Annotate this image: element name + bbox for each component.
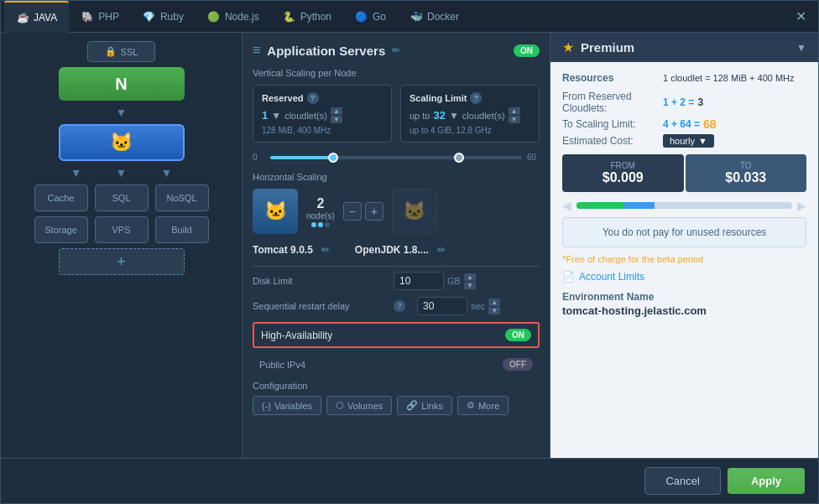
tab-python-label: Python (300, 11, 331, 23)
tab-nodejs[interactable]: 🟢 Node.js (196, 1, 271, 33)
inactive-node: 🐱 (392, 189, 437, 234)
ha-toggle[interactable]: ON (505, 329, 531, 341)
usage-fill-green (576, 202, 624, 209)
usage-prev-icon[interactable]: ◀ (562, 199, 571, 212)
env-name-value: tomcat-hosting.jelastic.com (562, 304, 806, 317)
cancel-button[interactable]: Cancel (644, 467, 720, 495)
disk-increment[interactable]: ▲ (464, 273, 476, 281)
ipv4-toggle[interactable]: OFF (503, 358, 533, 371)
nosql-node[interactable]: NoSQL (155, 184, 209, 211)
edit-jdk-icon[interactable]: ✏ (437, 244, 446, 256)
account-limits-link[interactable]: 📄 Account Limits (562, 271, 806, 283)
ssl-button[interactable]: 🔒 SSL (87, 41, 156, 62)
seq-restart-label: Sequential restart delay (253, 301, 387, 311)
links-label: Links (421, 401, 443, 411)
arrow-down-4: ▼ (160, 166, 172, 179)
to-price-label: TO (692, 161, 801, 170)
ruby-icon: 💎 (143, 10, 156, 23)
close-button[interactable]: ✕ (787, 8, 815, 24)
nosql-label: NoSQL (166, 193, 196, 203)
seq-restart-input[interactable] (417, 297, 467, 315)
node-dot-2 (318, 222, 323, 227)
build-node[interactable]: Build (155, 216, 209, 243)
slider-min: 0 (253, 153, 265, 162)
volumes-button[interactable]: ⬡ Volumes (326, 396, 392, 415)
disk-decrement[interactable]: ▼ (464, 282, 476, 289)
scaling-increment[interactable]: ▲ (509, 107, 520, 115)
document-icon: 📄 (562, 271, 575, 283)
to-price-amount: $0.033 (692, 170, 801, 185)
tab-php[interactable]: 🐘 PHP (69, 1, 131, 33)
reserved-info-icon[interactable]: ? (307, 92, 319, 104)
tab-ruby-label: Ruby (160, 11, 184, 23)
premium-dropdown-icon[interactable]: ▼ (796, 42, 806, 54)
cloudlets-slider-row: 0 60 (253, 153, 540, 162)
tab-nodejs-label: Node.js (225, 11, 259, 23)
tab-go-label: Go (373, 11, 386, 23)
edit-tomcat-icon[interactable]: ✏ (321, 244, 330, 256)
env-section: Environment Name tomcat-hosting.jelastic… (562, 291, 806, 317)
server-icon: ≡ (253, 43, 260, 58)
variables-button[interactable]: {-} Variables (253, 396, 321, 415)
reserved-spinner[interactable]: ▲ ▼ (331, 107, 342, 123)
slider-reserved-thumb[interactable] (328, 153, 338, 163)
tomcat-node-thumb[interactable]: 🐱 (253, 189, 298, 234)
premium-star-icon: ★ (562, 39, 574, 55)
scaling-input-row: up to 32 ▼ cloudlet(s) ▲ ▼ (410, 107, 530, 123)
reserved-decrement[interactable]: ▼ (331, 116, 342, 123)
tab-ruby[interactable]: 💎 Ruby (131, 1, 196, 33)
scaling-spinner[interactable]: ▲ ▼ (509, 107, 520, 123)
disk-limit-input[interactable] (394, 272, 444, 290)
apply-button[interactable]: Apply (728, 468, 805, 494)
node-sub-label: node(s) (306, 211, 335, 221)
usage-next-icon[interactable]: ▶ (797, 199, 806, 212)
slider-max: 60 (527, 153, 540, 162)
reserved-increment[interactable]: ▲ (331, 107, 342, 115)
scaling-info-icon[interactable]: ? (470, 92, 482, 104)
scaling-cloudlets-label: cloudlet(s) (462, 111, 505, 121)
hourly-dropdown[interactable]: hourly ▼ (663, 134, 714, 148)
more-button[interactable]: ⚙ More (457, 396, 509, 415)
ssl-label: SSL (121, 47, 138, 57)
variables-label: Variables (274, 401, 312, 411)
to-price-box: TO $0.033 (686, 154, 807, 192)
cache-node[interactable]: Cache (34, 184, 88, 211)
add-node-button-small[interactable]: + (365, 202, 383, 221)
arrow-down-3: ▼ (116, 166, 128, 179)
from-reserved-total: 3 (697, 96, 703, 108)
scaling-value: 32 (433, 109, 445, 122)
add-node-button[interactable]: + (59, 248, 185, 275)
edit-app-server-icon[interactable]: ✏ (392, 44, 400, 56)
scaling-decrement[interactable]: ▼ (509, 116, 520, 123)
tab-python[interactable]: 🐍 Python (271, 1, 343, 33)
seq-spinner[interactable]: ▲ ▼ (488, 299, 500, 314)
nginx-node[interactable]: N (59, 67, 185, 101)
high-availability-row: High-Availability ON (253, 322, 540, 348)
tab-java[interactable]: ☕ JAVA (4, 1, 69, 33)
volumes-icon: ⬡ (336, 400, 344, 411)
app-server-on-badge[interactable]: ON (514, 44, 540, 57)
seq-decrement[interactable]: ▼ (488, 307, 500, 314)
estimated-cost-label: Estimated Cost: (562, 135, 663, 147)
vps-node[interactable]: VPS (95, 216, 149, 243)
slider-scaling-thumb[interactable] (454, 153, 464, 163)
seq-restart-row: Sequential restart delay ? sec ▲ ▼ (253, 297, 540, 315)
disk-spinner[interactable]: ▲ ▼ (464, 273, 476, 289)
tomcat-node-main[interactable]: 🐱 (59, 124, 185, 161)
seq-increment[interactable]: ▲ (488, 299, 500, 306)
tomcat-icon: 🐱 (110, 132, 133, 153)
tab-docker[interactable]: 🐳 Docker (398, 1, 471, 33)
variables-icon: {-} (262, 401, 271, 411)
links-button[interactable]: 🔗 Links (397, 396, 452, 415)
remove-node-button[interactable]: − (343, 202, 362, 221)
disk-unit-label: GB (447, 276, 461, 286)
cloudlets-slider[interactable] (270, 156, 522, 159)
estimated-cost-row: Estimated Cost: hourly ▼ (562, 134, 806, 148)
sql-node[interactable]: SQL (95, 184, 149, 211)
seq-info-icon[interactable]: ? (394, 300, 405, 312)
resources-row: Resources 1 cloudlet = 128 MiB + 400 MHz (562, 72, 806, 84)
tab-go[interactable]: 🔵 Go (343, 1, 398, 33)
storage-node[interactable]: Storage (34, 216, 88, 243)
price-boxes: FROM $0.009 TO $0.033 (562, 154, 806, 192)
config-label: Configuration (253, 381, 540, 391)
